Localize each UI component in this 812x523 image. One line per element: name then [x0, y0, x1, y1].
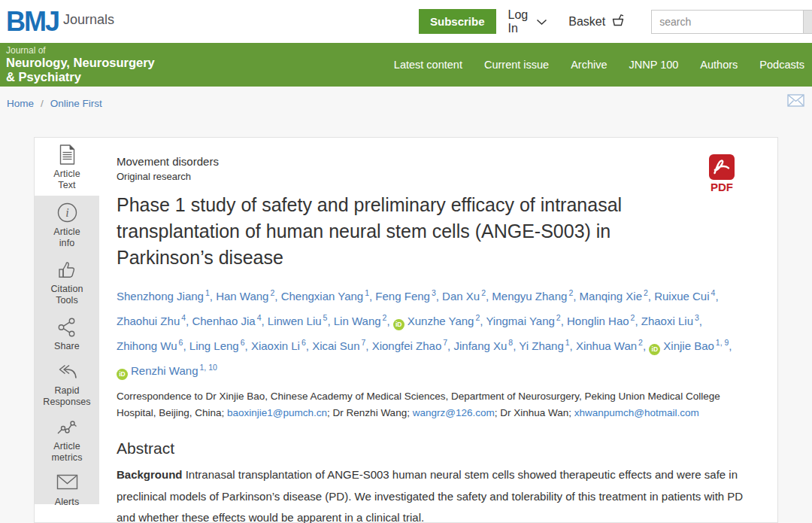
sidebar-item-rapid-responses[interactable]: RapidResponses [35, 357, 99, 412]
correspondence-text: ; Dr Renzhi Wang; [327, 407, 413, 418]
author-link[interactable]: Xunzhe Yang [408, 315, 474, 327]
nav-archive[interactable]: Archive [571, 59, 607, 71]
journal-name-line1: Neurology, Neurosurgery [6, 56, 155, 70]
bmj-logo[interactable]: BMJJournals [6, 6, 114, 38]
abstract-heading: Abstract [117, 439, 759, 458]
correspondence-email-link[interactable]: baoxinjie1@pumch.cn [227, 407, 327, 418]
nav-podcasts[interactable]: Podcasts [759, 59, 804, 71]
author-link[interactable]: Chengxian Yang [281, 290, 364, 303]
sidebar-item-label: RapidResponses [36, 385, 98, 408]
orcid-icon[interactable]: iD [393, 319, 404, 330]
journal-name-line2: & Psychiatry [6, 70, 155, 84]
pdf-icon [709, 154, 735, 180]
author-link[interactable]: Dan Xu [442, 290, 480, 303]
login-label: Log In [508, 8, 530, 35]
rapid-responses-icon [56, 363, 78, 385]
sidebar-item-article-text[interactable]: ArticleText [35, 138, 99, 196]
search-button[interactable]: Search [804, 10, 812, 34]
bmj-journals-text: Journals [63, 12, 114, 27]
breadcrumb-home[interactable]: Home [7, 98, 34, 109]
nav-jnnp-100[interactable]: JNNP 100 [629, 59, 679, 71]
sidebar-item-article-info[interactable]: iArticleinfo [35, 196, 99, 254]
author-link[interactable]: Zhaohui Zhu [117, 315, 180, 327]
nav-latest-content[interactable]: Latest content [394, 59, 462, 71]
sidebar-item-label: CitationTools [36, 284, 98, 306]
article-sidebar: ArticleTextiArticleinfoCitationToolsShar… [35, 138, 99, 504]
breadcrumb-separator: / [41, 98, 44, 109]
article-type: Original research [117, 171, 759, 182]
basket-label: Basket [568, 15, 605, 29]
journal-kicker: Journal of [6, 45, 155, 56]
author-link[interactable]: Zhaoxi Liu [641, 315, 693, 327]
sidebar-item-citation-tools[interactable]: CitationTools [35, 254, 99, 311]
orcid-icon[interactable]: iD [117, 369, 128, 380]
author-link[interactable]: Linwen Liu [268, 315, 322, 327]
breadcrumb-online-first[interactable]: Online First [50, 98, 102, 109]
bmj-logo-text: BMJ [6, 6, 59, 37]
correspondence: Correspondence to Dr Xinjie Bao, Chinese… [117, 388, 733, 421]
correspondence-text: ; Dr Xinhua Wan; [495, 407, 574, 418]
correspondence-email-link[interactable]: wangrz@126.com [413, 407, 495, 418]
abstract-background: Background Intranasal transplantation of… [117, 464, 759, 523]
sidebar-item-article-metrics[interactable]: Articlemetrics [35, 412, 99, 468]
page-title: Phase 1 study of safety and preliminary … [117, 192, 669, 271]
author-link[interactable]: Honglin Hao [567, 315, 629, 327]
author-list: Shenzhong Jiang1, Han Wang2, Chengxian Y… [117, 282, 742, 382]
author-link[interactable]: Xinjie Bao [663, 339, 714, 352]
author-link[interactable]: Manqing Xie [580, 290, 642, 303]
author-link[interactable]: Zhihong Wu [117, 339, 177, 352]
author-link[interactable]: Renzhi Wang [131, 364, 198, 377]
author-link[interactable]: Xinhua Wan [576, 339, 637, 352]
article-metrics-icon [56, 418, 78, 441]
abstract-background-label: Background [117, 468, 183, 481]
citation-tools-icon [56, 260, 77, 282]
author-link[interactable]: Mengyu Zhang [492, 290, 567, 303]
site-header: BMJJournals Subscribe Log In Basket Sear… [0, 0, 812, 43]
search-input[interactable] [651, 10, 804, 34]
author-affiliation-sup: 1, 10 [200, 363, 217, 372]
share-icon [56, 317, 77, 339]
author-link[interactable]: Xicai Sun [312, 339, 359, 352]
nav-authors[interactable]: Authors [700, 59, 738, 71]
breadcrumb: Home / Online First [0, 87, 812, 120]
author-link[interactable]: Ling Leng [189, 339, 239, 352]
author-link[interactable]: Han Wang [216, 290, 268, 303]
journal-title[interactable]: Journal of Neurology, Neurosurgery & Psy… [6, 45, 155, 84]
article-text-icon [58, 144, 77, 166]
subscribe-button[interactable]: Subscribe [419, 9, 496, 34]
orcid-icon[interactable]: iD [649, 344, 660, 355]
header-actions: Subscribe Log In Basket Search [419, 9, 812, 34]
author-link[interactable]: Lin Wang [334, 315, 381, 327]
author-link[interactable]: Yingmai Yang [486, 315, 554, 327]
email-icon[interactable] [787, 94, 804, 109]
author-link[interactable]: Ruixue Cui [654, 290, 709, 303]
journal-navbar: Journal of Neurology, Neurosurgery & Psy… [0, 43, 812, 87]
chevron-down-icon [536, 15, 547, 29]
basket-button[interactable]: Basket [568, 14, 626, 30]
sidebar-item-label: Articleinfo [36, 227, 98, 249]
login-button[interactable]: Log In [508, 8, 548, 35]
correspondence-email-link[interactable]: xhwanpumch@hotmail.com [574, 407, 699, 418]
pdf-download[interactable]: PDF [709, 154, 735, 193]
article-content: PDF Movement disorders Original research… [99, 138, 777, 522]
author-link[interactable]: Yi Zhang [519, 339, 563, 352]
sidebar-item-share[interactable]: Share [35, 311, 99, 357]
nav-current-issue[interactable]: Current issue [484, 59, 549, 71]
article-info-icon: i [56, 202, 78, 224]
sidebar-item-label: Alerts [36, 497, 98, 508]
sidebar-item-label: Share [36, 341, 98, 352]
author-link[interactable]: Shenzhong Jiang [117, 290, 204, 303]
basket-icon [611, 14, 626, 30]
author-link[interactable]: Xiaoxin Li [251, 339, 300, 352]
author-link[interactable]: Xiongfei Zhao [372, 339, 442, 352]
alerts-icon [56, 474, 78, 497]
author-link[interactable]: Feng Feng [375, 290, 430, 303]
sidebar-item-alerts[interactable]: Alerts [35, 468, 99, 512]
primary-nav: Latest contentCurrent issueArchiveJNNP 1… [394, 43, 804, 87]
author-link[interactable]: Jinfang Xu [453, 339, 507, 352]
svg-text:i: i [65, 206, 68, 219]
sidebar-item-label: Articlemetrics [36, 441, 98, 464]
article-section: Movement disorders [117, 155, 759, 168]
author-link[interactable]: Chenhao Jia [192, 315, 255, 327]
sidebar-item-label: ArticleText [36, 169, 98, 191]
